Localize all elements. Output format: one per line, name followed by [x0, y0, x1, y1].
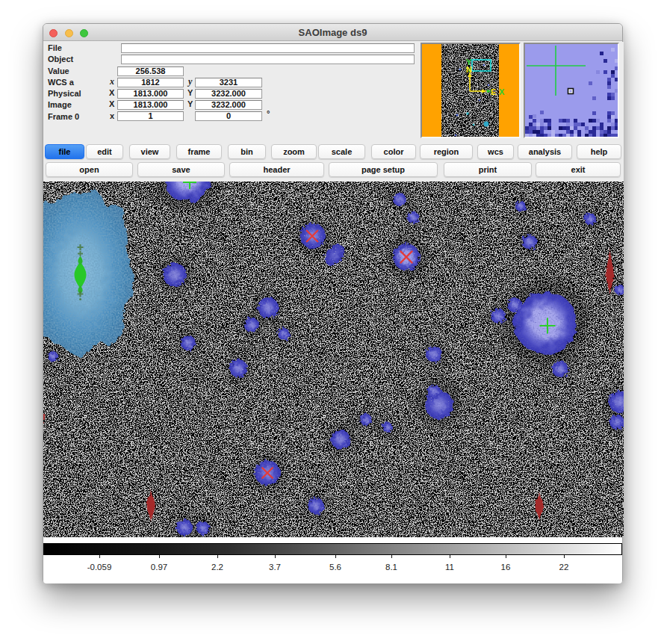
svg-text:E: E	[491, 87, 496, 96]
svg-text:Y: Y	[466, 58, 472, 66]
svg-text:X: X	[499, 87, 505, 96]
